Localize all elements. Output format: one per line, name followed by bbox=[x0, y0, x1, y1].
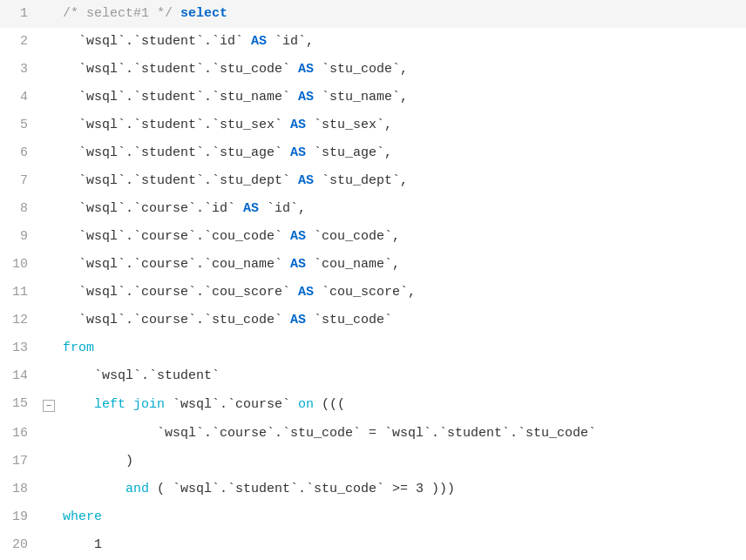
table-row: 4 `wsql`.`student`.`stu_name` AS `stu_na… bbox=[0, 84, 746, 111]
table-row: 9 `wsql`.`course`.`cou_code` AS `cou_cod… bbox=[0, 223, 746, 251]
code-token: ( `wsql`.`student`.`stu_code` >= 3 ))) bbox=[149, 482, 455, 496]
line-content: `wsql`.`course`.`cou_code` AS `cou_code`… bbox=[56, 223, 746, 251]
table-row: 19where bbox=[0, 503, 746, 531]
code-token: `wsql`.`student`.`stu_dept` bbox=[63, 173, 298, 188]
code-editor: 1/* select#1 */ select2 `wsql`.`student`… bbox=[0, 0, 746, 560]
code-token: /* select#1 */ bbox=[63, 6, 180, 21]
code-token: `wsql`.`student` bbox=[63, 368, 220, 383]
code-token: `stu_sex`, bbox=[306, 118, 392, 132]
code-token: left join bbox=[94, 397, 165, 412]
fold-gutter bbox=[42, 362, 56, 390]
table-row: 5 `wsql`.`student`.`stu_sex` AS `stu_sex… bbox=[0, 111, 746, 139]
fold-gutter bbox=[42, 139, 56, 167]
fold-gutter bbox=[42, 334, 56, 362]
code-token: AS bbox=[290, 257, 306, 272]
code-token: ) bbox=[63, 454, 133, 469]
fold-gutter bbox=[42, 0, 56, 28]
line-number: 6 bbox=[0, 139, 42, 167]
fold-gutter bbox=[42, 531, 56, 559]
code-token: `id`, bbox=[267, 34, 314, 49]
code-token: `wsql`.`course` bbox=[165, 397, 298, 412]
code-token: select bbox=[180, 6, 227, 21]
code-token: `stu_code` bbox=[306, 313, 392, 327]
line-number: 8 bbox=[0, 195, 42, 223]
code-token: AS bbox=[290, 118, 306, 132]
code-token: `wsql`.`course`.`cou_code` bbox=[63, 229, 290, 244]
line-number: 7 bbox=[0, 167, 42, 195]
fold-gutter bbox=[42, 503, 56, 531]
fold-gutter bbox=[42, 56, 56, 84]
code-token: `stu_age`, bbox=[306, 145, 392, 160]
line-content: from bbox=[56, 334, 746, 362]
code-token bbox=[63, 482, 125, 496]
code-token: `stu_code`, bbox=[314, 62, 408, 77]
line-content: `wsql`.`student` bbox=[56, 362, 746, 390]
table-row: 18 and ( `wsql`.`student`.`stu_code` >= … bbox=[0, 476, 746, 503]
code-token: `wsql`.`student`.`stu_age` bbox=[63, 145, 290, 160]
code-token: AS bbox=[298, 62, 314, 77]
table-row: 17 ) bbox=[0, 448, 746, 476]
line-number: 14 bbox=[0, 362, 42, 390]
line-content: `wsql`.`student`.`stu_name` AS `stu_name… bbox=[56, 84, 746, 111]
table-row: 6 `wsql`.`student`.`stu_age` AS `stu_age… bbox=[0, 139, 746, 167]
fold-gutter bbox=[42, 476, 56, 503]
line-number: 20 bbox=[0, 531, 42, 559]
fold-gutter bbox=[42, 448, 56, 476]
table-row: 14 `wsql`.`student` bbox=[0, 362, 746, 390]
line-number: 12 bbox=[0, 307, 42, 334]
code-token: from bbox=[63, 341, 94, 355]
line-content: ) bbox=[56, 448, 746, 476]
line-content: `wsql`.`student`.`stu_age` AS `stu_age`, bbox=[56, 139, 746, 167]
code-token: `cou_name`, bbox=[306, 257, 400, 272]
fold-gutter bbox=[42, 167, 56, 195]
table-row: 8 `wsql`.`course`.`id` AS `id`, bbox=[0, 195, 746, 223]
fold-gutter bbox=[42, 251, 56, 279]
fold-gutter bbox=[42, 111, 56, 139]
table-row: 10 `wsql`.`course`.`cou_name` AS `cou_na… bbox=[0, 251, 746, 279]
line-number: 1 bbox=[0, 0, 42, 28]
table-row: 2 `wsql`.`student`.`id` AS `id`, bbox=[0, 28, 746, 56]
code-table: 1/* select#1 */ select2 `wsql`.`student`… bbox=[0, 0, 746, 559]
table-row: 13from bbox=[0, 334, 746, 362]
table-row: 3 `wsql`.`student`.`stu_code` AS `stu_co… bbox=[0, 56, 746, 84]
code-token bbox=[63, 397, 94, 412]
code-token: 1 bbox=[63, 537, 102, 552]
code-token: AS bbox=[298, 285, 314, 300]
line-content: `wsql`.`student`.`id` AS `id`, bbox=[56, 28, 746, 56]
line-content: `wsql`.`course`.`stu_code` = `wsql`.`stu… bbox=[56, 420, 746, 448]
fold-gutter[interactable]: − bbox=[42, 390, 56, 420]
table-row: 7 `wsql`.`student`.`stu_dept` AS `stu_de… bbox=[0, 167, 746, 195]
line-number: 4 bbox=[0, 84, 42, 111]
code-token: `stu_name`, bbox=[314, 90, 408, 105]
line-number: 10 bbox=[0, 251, 42, 279]
fold-gutter bbox=[42, 195, 56, 223]
code-token: ((( bbox=[314, 397, 345, 412]
code-token: `wsql`.`course`.`stu_code` = `wsql`.`stu… bbox=[63, 426, 596, 441]
fold-gutter bbox=[42, 84, 56, 111]
code-token: `wsql`.`student`.`stu_code` bbox=[63, 62, 298, 77]
code-token: AS bbox=[290, 313, 306, 327]
table-row: 1/* select#1 */ select bbox=[0, 0, 746, 28]
fold-gutter bbox=[42, 279, 56, 307]
line-content: /* select#1 */ select bbox=[56, 0, 746, 28]
code-token: AS bbox=[290, 145, 306, 160]
code-token: `wsql`.`student`.`stu_name` bbox=[63, 90, 298, 105]
line-number: 19 bbox=[0, 503, 42, 531]
table-row: 20 1 bbox=[0, 531, 746, 559]
line-content: `wsql`.`course`.`stu_code` AS `stu_code` bbox=[56, 307, 746, 334]
line-number: 16 bbox=[0, 420, 42, 448]
fold-gutter bbox=[42, 420, 56, 448]
line-number: 18 bbox=[0, 476, 42, 503]
code-token: on bbox=[298, 397, 314, 412]
fold-gutter bbox=[42, 307, 56, 334]
code-token: AS bbox=[298, 90, 314, 105]
line-content: and ( `wsql`.`student`.`stu_code` >= 3 )… bbox=[56, 476, 746, 503]
line-content: where bbox=[56, 503, 746, 531]
code-token: `wsql`.`course`.`stu_code` bbox=[63, 313, 290, 327]
code-token: and bbox=[125, 482, 149, 496]
fold-icon[interactable]: − bbox=[43, 400, 55, 412]
code-token: AS bbox=[251, 34, 267, 49]
code-token: `wsql`.`course`.`cou_name` bbox=[63, 257, 290, 272]
line-content: 1 bbox=[56, 531, 746, 559]
fold-gutter bbox=[42, 28, 56, 56]
